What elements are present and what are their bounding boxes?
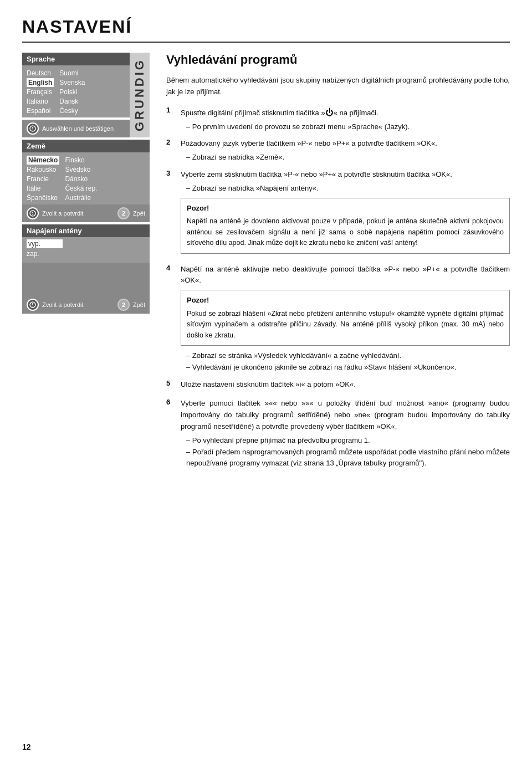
instruction-6: 6 Vyberte pomocí tlačítek »«« nebo »»« u… [166,398,510,469]
pozor-text-4: Pokud se zobrazí hlášení »Zkrat nebo pře… [187,309,504,341]
sprache-polski[interactable]: Polski [59,88,85,96]
sprache-cesky[interactable]: Česky [59,106,85,115]
page-header: NASTAVENÍ [22,17,510,43]
zeme-zpet-num[interactable]: 2 [117,207,130,219]
zeme-italie[interactable]: Itálie [27,184,59,193]
zeme-finsko[interactable]: Finsko [65,156,97,165]
pozor-box-4: Pozor! Pokud se zobrazí hlášení »Zkrat n… [181,290,510,346]
napajeni-zvolit-label: Zvolit a potvrdit [42,301,114,308]
sprache-main: Sprache Deutsch English Français Italian… [22,53,130,137]
zeme-francie[interactable]: Francie [27,175,59,183]
zeme-select-icon [27,207,39,219]
instruction-text-4: Napětí na anténě aktivujte nebo deaktivu… [181,264,510,373]
sprache-dansk[interactable]: Dansk [59,97,85,106]
zeme-svedsko[interactable]: Švédsko [65,165,97,174]
zeme-ceska[interactable]: Česká rep. [65,184,97,193]
sprache-espanol[interactable]: Español [27,106,54,115]
sprache-col-1: Deutsch English Français Italiano Españo… [27,69,54,115]
sprache-italiano[interactable]: Italiano [27,97,54,106]
instruction-text-5: Uložte nastavení stisknutím tlačítek »i«… [181,379,510,393]
page-title: NASTAVENÍ [22,17,510,37]
zeme-body: Německo Rakousko Francie Itálie Španělsk… [22,152,150,204]
instruction-2: 2 Požadovaný jazyk vyberte tlačítkem »P-… [166,138,510,163]
intro-text: Během automatického vyhledávání jsou sku… [166,75,510,98]
instruction-num-6: 6 [166,398,176,406]
napajeni-zpet-num[interactable]: 2 [117,299,130,311]
pozor-text-3: Napětí na anténě je dovoleno aktivovat p… [187,216,504,248]
zeme-australie[interactable]: Austrálie [65,193,97,202]
zeme-col-2: Finsko Švédsko Dánsko Česká rep. Austrál… [65,156,97,202]
zeme-spanelsko[interactable]: Španělsko [27,193,59,202]
sprache-svenska[interactable]: Svenska [59,78,85,87]
section-subtitle: Vyhledávání programů [166,53,510,67]
auswahlen-icon [27,122,39,135]
napajeni-body: vyp. zap. [22,237,150,263]
sprache-english[interactable]: English [27,78,54,87]
svg-point-5 [32,214,33,216]
napajeni-panel: Napájení antény vyp. zap. Zvolit a potvr… [22,224,150,314]
zeme-rakousko[interactable]: Rakousko [27,165,59,174]
sprache-panel-title: Sprache [22,53,130,65]
sprache-panel-body: Deutsch English Français Italiano Españo… [22,65,130,117]
pozor-title-4: Pozor! [187,295,504,306]
instruction-num-5: 5 [166,379,176,387]
instruction-text-6: Vyberte pomocí tlačítek »«« nebo »»« u p… [181,398,510,469]
zeme-panel-title: Země [22,140,150,152]
napajeni-zap[interactable]: zap. [27,249,145,258]
pozor-title-3: Pozor! [187,203,504,214]
sprache-deutsch[interactable]: Deutsch [27,69,54,78]
instruction-text-1: Spusťte digitální přijímač stisknutím tl… [181,106,510,133]
instruction-num-4: 4 [166,264,176,272]
svg-point-2 [32,130,33,131]
instruction-num-3: 3 [166,169,176,177]
svg-point-8 [32,306,33,307]
sprache-suomi[interactable]: Suomi [59,69,85,78]
napajeni-vyp[interactable]: vyp. [27,239,63,248]
zeme-zpet-label: Zpět [133,210,145,217]
right-column: Vyhledávání programů Během automatického… [161,53,510,475]
instruction-5: 5 Uložte nastavení stisknutím tlačítek »… [166,379,510,393]
sprache-panel: Sprache Deutsch English Français Italian… [22,53,130,117]
instruction-3: 3 Vyberte zemi stisknutím tlačítka »P-« … [166,169,510,258]
instruction-1: 1 Spusťte digitální přijímač stisknutím … [166,106,510,133]
instruction-num-1: 1 [166,106,176,114]
instruction-list: 1 Spusťte digitální přijímač stisknutím … [166,106,510,475]
instruction-num-2: 2 [166,138,176,146]
page-number: 12 [22,743,31,751]
napajeni-select-icon [27,299,39,311]
page-footer: 12 [22,743,31,751]
instruction-4: 4 Napětí na anténě aktivujte nebo deakti… [166,264,510,373]
zeme-panel: Země Německo Rakousko Francie Itálie Špa… [22,140,150,222]
napajeni-zpet-label: Zpět [133,301,145,308]
instruction-text-2: Požadovaný jazyk vyberte tlačítkem »P-« … [181,138,510,163]
napajeni-panel-title: Napájení antény [22,224,150,237]
auswahlen-row: Auswählen und bestätigen [22,120,130,137]
grundig-logo: GRUNDIG [130,53,150,137]
zeme-col-1: Německo Rakousko Francie Itálie Španělsk… [27,156,59,202]
zvolit-row-zeme: Zvolit a potvrdit 2 Zpět [22,204,150,222]
zeme-zvolit-label: Zvolit a potvrdit [42,210,114,217]
main-content: Sprache Deutsch English Français Italian… [22,53,510,475]
sprache-wrapper: Sprache Deutsch English Français Italian… [22,53,150,137]
left-column: Sprache Deutsch English Français Italian… [22,53,150,475]
auswahlen-label: Auswählen und bestätigen [42,125,114,132]
sprache-col-2: Suomi Svenska Polski Dansk Česky [59,69,85,115]
pozor-box-3: Pozor! Napětí na anténě je dovoleno akti… [181,198,510,254]
sprache-francais[interactable]: Français [27,88,54,96]
zeme-nemecko[interactable]: Německo [27,156,59,165]
zvolit-row-napajeni: Zvolit a potvrdit 2 Zpět [22,296,150,314]
zeme-dansko[interactable]: Dánsko [65,175,97,183]
instruction-text-3: Vyberte zemi stisknutím tlačítka »P-« ne… [181,169,510,258]
